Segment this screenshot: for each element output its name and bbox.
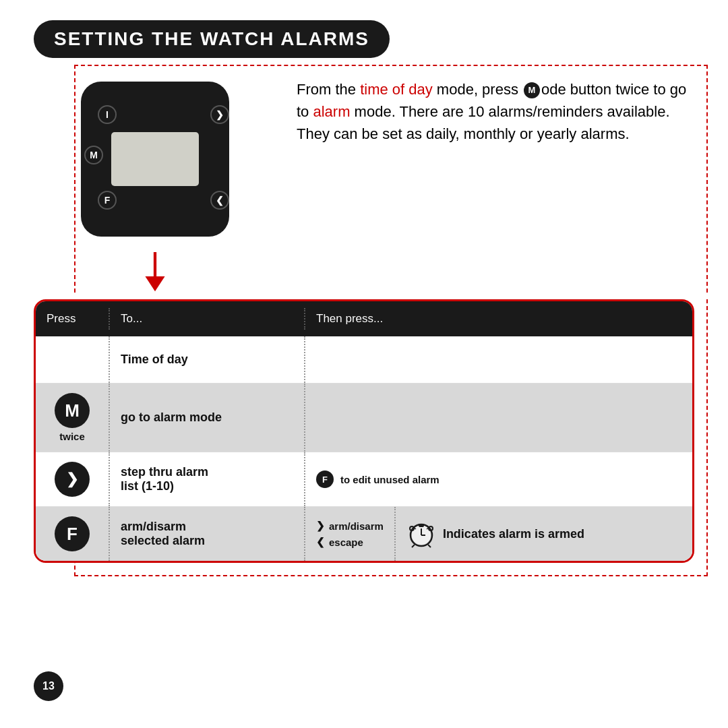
header-then: Then press... (305, 308, 692, 330)
table-section: Press To... Then press... Time of day (34, 299, 694, 563)
row1-then (305, 336, 692, 383)
watch-image: I ❯ M F ❮ (67, 71, 243, 247)
table-row-2: M twice go to alarm mode (36, 384, 692, 452)
table-row-3: ❯ step thru alarmlist (1-10) F to edit u… (36, 452, 692, 507)
row1-to-text: Time of day (121, 353, 188, 367)
armed-indicator: Indicates alarm is armed (396, 507, 692, 561)
button-i-label: I (98, 105, 117, 124)
armed-text: Indicates alarm is armed (443, 527, 584, 541)
svg-line-7 (412, 545, 415, 547)
button-m-label: M (84, 146, 103, 164)
mini-btn-f: F (316, 471, 334, 488)
row2-to: go to alarm mode (110, 384, 305, 452)
then-option-escape-text: escape (329, 537, 363, 548)
button-f-label: F (98, 191, 117, 210)
svg-marker-1 (145, 276, 164, 291)
row2-press: M twice (36, 384, 110, 452)
row2-then (305, 384, 692, 452)
row3-to: step thru alarmlist (1-10) (110, 452, 305, 506)
then-option-arm-text: arm/disarm (329, 520, 384, 532)
row3-then: F to edit unused alarm (305, 452, 692, 506)
row3-press: ❯ (36, 452, 110, 506)
row4-to: arm/disarmselected alarm (110, 507, 305, 561)
row2-sub-label: twice (59, 431, 85, 442)
then-option-escape: ❮ escape (316, 536, 384, 548)
arrow-down (34, 252, 276, 293)
btn-inline-m: M (524, 82, 540, 98)
button-back-label: ❮ (210, 191, 229, 210)
svg-rect-6 (419, 524, 424, 527)
row1-press (36, 336, 110, 383)
page-number: 13 (34, 671, 63, 701)
table-row-4: F arm/disarmselected alarm ❯ arm/disarm (36, 507, 692, 561)
table-row-1: Time of day (36, 336, 692, 384)
description-text: From the time of day mode, press Mode bu… (276, 71, 694, 145)
watch-screen (111, 132, 199, 186)
alarm-clock-icon (406, 519, 436, 549)
row3-to-text: step thru alarmlist (1-10) (121, 465, 208, 493)
big-btn-m: M (55, 393, 90, 428)
button-o-label: ❯ (210, 105, 229, 124)
row4-then: ❯ arm/disarm ❮ escape (305, 507, 692, 561)
watch-area: I ❯ M F ❮ (34, 71, 276, 293)
watch-face (81, 82, 229, 237)
page-container: SETTING THE WATCH ALARMS I ❯ M F ❮ (0, 0, 728, 728)
row4-to-text: arm/disarmselected alarm (121, 520, 205, 548)
row1-to: Time of day (110, 336, 305, 383)
table-header: Press To... Then press... (36, 301, 692, 336)
mini-btn-back-escape: ❮ (316, 536, 325, 548)
row4-press: F (36, 507, 110, 561)
table-outer: Press To... Then press... Time of day (34, 299, 694, 563)
big-btn-f: F (55, 516, 90, 551)
then-option-arm: ❯ arm/disarm (316, 520, 384, 532)
title-bar: SETTING THE WATCH ALARMS (34, 20, 390, 58)
header-to: To... (110, 308, 305, 330)
big-btn-chevron: ❯ (55, 462, 90, 497)
mini-btn-chevron-arm: ❯ (316, 520, 325, 532)
header-press: Press (36, 308, 110, 330)
top-section: I ❯ M F ❮ From the time of day mode, pre… (34, 71, 694, 293)
page-title: SETTING THE WATCH ALARMS (54, 28, 369, 49)
highlight-time-of-day: time of day (360, 81, 433, 98)
table-body: Time of day M twice go to alarm mode (36, 336, 692, 561)
row3-then-text: to edit unused alarm (340, 474, 439, 485)
svg-line-8 (428, 545, 431, 547)
highlight-alarm: alarm (313, 103, 350, 120)
row2-to-text: go to alarm mode (121, 411, 222, 425)
row4-then-options: ❯ arm/disarm ❮ escape (305, 507, 396, 561)
